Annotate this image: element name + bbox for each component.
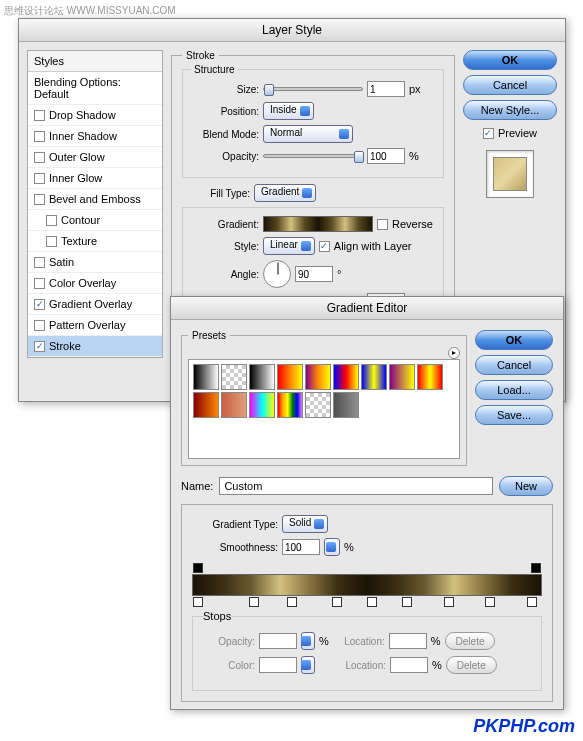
style-row-stroke[interactable]: Stroke [28, 336, 162, 357]
style-row-inner-shadow[interactable]: Inner Shadow [28, 126, 162, 147]
reverse-label: Reverse [392, 218, 433, 230]
color-stop[interactable] [444, 597, 454, 607]
style-select[interactable]: Linear [263, 237, 315, 255]
style-row-pattern-overlay[interactable]: Pattern Overlay [28, 315, 162, 336]
style-label: Inner Shadow [49, 130, 117, 142]
preset-swatch[interactable] [417, 364, 443, 390]
style-checkbox[interactable] [34, 173, 45, 184]
presets-menu-icon[interactable]: ▸ [448, 347, 460, 359]
style-checkbox[interactable] [34, 152, 45, 163]
preset-swatch[interactable] [193, 392, 219, 418]
stop-opacity-input[interactable] [259, 633, 297, 649]
color-stop[interactable] [485, 597, 495, 607]
style-row-outer-glow[interactable]: Outer Glow [28, 147, 162, 168]
style-row-drop-shadow[interactable]: Drop Shadow [28, 105, 162, 126]
style-label: Bevel and Emboss [49, 193, 141, 205]
stop-location1-input[interactable] [389, 633, 427, 649]
stop-location2-input[interactable] [390, 657, 428, 673]
styles-header[interactable]: Styles [28, 51, 162, 72]
style-checkbox[interactable] [34, 299, 45, 310]
style-row-satin[interactable]: Satin [28, 252, 162, 273]
gradient-editor-dialog: Gradient Editor Presets ▸ OK Cancel Load… [170, 296, 564, 710]
opacity-stop[interactable] [193, 563, 203, 573]
new-style-button[interactable]: New Style... [463, 100, 557, 120]
color-stop[interactable] [249, 597, 259, 607]
style-checkbox[interactable] [46, 236, 57, 247]
position-label: Position: [191, 106, 259, 117]
smoothness-input[interactable] [282, 539, 320, 555]
style-row-gradient-overlay[interactable]: Gradient Overlay [28, 294, 162, 315]
style-checkbox[interactable] [34, 131, 45, 142]
color-stop[interactable] [527, 597, 537, 607]
style-checkbox[interactable] [46, 215, 57, 226]
ge-ok-button[interactable]: OK [475, 330, 553, 350]
stop-color-dropdown[interactable] [301, 656, 315, 674]
style-checkbox[interactable] [34, 194, 45, 205]
style-checkbox[interactable] [34, 110, 45, 121]
size-label: Size: [191, 84, 259, 95]
smoothness-dropdown[interactable] [324, 538, 340, 556]
filltype-label: Fill Type: [182, 188, 250, 199]
blending-options-row[interactable]: Blending Options: Default [28, 72, 162, 105]
align-label: Align with Layer [334, 240, 412, 252]
reverse-checkbox[interactable] [377, 219, 388, 230]
preset-swatch[interactable] [277, 392, 303, 418]
ge-save-button[interactable]: Save... [475, 405, 553, 425]
preset-swatch[interactable] [333, 364, 359, 390]
style-row-inner-glow[interactable]: Inner Glow [28, 168, 162, 189]
style-checkbox[interactable] [34, 257, 45, 268]
preset-swatch[interactable] [249, 364, 275, 390]
ok-button[interactable]: OK [463, 50, 557, 70]
color-stop[interactable] [402, 597, 412, 607]
filltype-select[interactable]: Gradient [254, 184, 316, 202]
blendmode-select[interactable]: Normal [263, 125, 353, 143]
new-gradient-button[interactable]: New [499, 476, 553, 496]
color-stop[interactable] [193, 597, 203, 607]
stop-color-input[interactable] [259, 657, 297, 673]
pct2: % [431, 635, 441, 647]
name-input[interactable] [219, 477, 493, 495]
size-slider[interactable] [263, 87, 363, 91]
style-row-bevel-and-emboss[interactable]: Bevel and Emboss [28, 189, 162, 210]
angle-dial[interactable] [263, 260, 291, 288]
watermark-text: 思维设计论坛 WWW.MISSYUAN.COM [4, 4, 176, 18]
style-checkbox[interactable] [34, 341, 45, 352]
position-select[interactable]: Inside [263, 102, 314, 120]
color-stop[interactable] [367, 597, 377, 607]
style-row-texture[interactable]: Texture [28, 231, 162, 252]
preview-checkbox[interactable] [483, 128, 494, 139]
gradtype-select[interactable]: Solid [282, 515, 328, 533]
opacity-slider[interactable] [263, 154, 363, 158]
cancel-button[interactable]: Cancel [463, 75, 557, 95]
ge-cancel-button[interactable]: Cancel [475, 355, 553, 375]
preset-swatch[interactable] [361, 364, 387, 390]
angle-input[interactable] [295, 266, 333, 282]
size-input[interactable] [367, 81, 405, 97]
gradient-label: Gradient: [191, 219, 259, 230]
opacity-stop[interactable] [531, 563, 541, 573]
preset-swatch[interactable] [277, 364, 303, 390]
name-label: Name: [181, 480, 213, 492]
color-stop[interactable] [332, 597, 342, 607]
color-stop[interactable] [287, 597, 297, 607]
ge-load-button[interactable]: Load... [475, 380, 553, 400]
opacity-input[interactable] [367, 148, 405, 164]
preset-swatch[interactable] [221, 364, 247, 390]
preset-swatch[interactable] [333, 392, 359, 418]
stop-opacity-dropdown[interactable] [301, 632, 315, 650]
align-checkbox[interactable] [319, 241, 330, 252]
preset-swatch[interactable] [305, 364, 331, 390]
style-checkbox[interactable] [34, 320, 45, 331]
gradient-preview[interactable] [263, 216, 373, 232]
preset-swatch[interactable] [193, 364, 219, 390]
preset-swatch[interactable] [305, 392, 331, 418]
preset-swatch[interactable] [249, 392, 275, 418]
style-row-color-overlay[interactable]: Color Overlay [28, 273, 162, 294]
style-row-contour[interactable]: Contour [28, 210, 162, 231]
style-checkbox[interactable] [34, 278, 45, 289]
preset-swatch[interactable] [389, 364, 415, 390]
delete-color-stop-button[interactable]: Delete [446, 656, 497, 674]
gradient-bar[interactable] [192, 574, 542, 596]
delete-opacity-stop-button[interactable]: Delete [445, 632, 496, 650]
preset-swatch[interactable] [221, 392, 247, 418]
